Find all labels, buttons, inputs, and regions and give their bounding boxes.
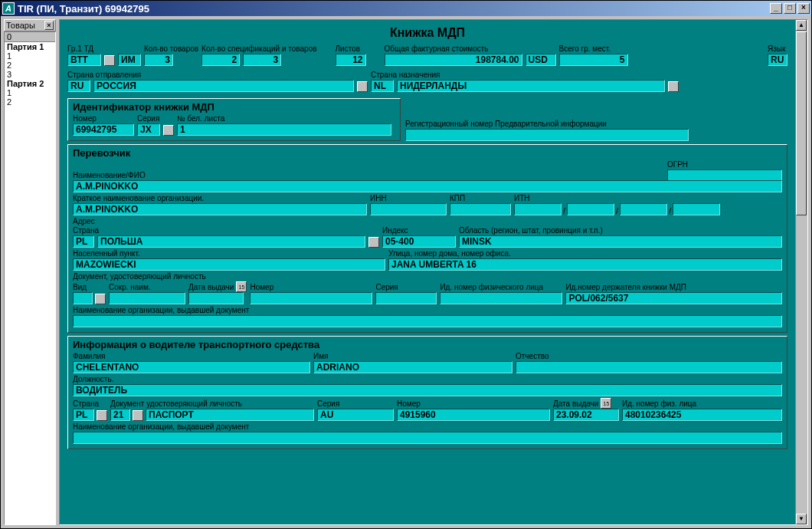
label: Общая фактурная стоимость <box>385 44 522 53</box>
street-field[interactable]: JANA UMBERTA 16 <box>388 258 782 271</box>
carrier-country-name[interactable]: ПОЛЬША <box>97 235 365 248</box>
places-field[interactable]: 5 <box>559 54 628 66</box>
driver-group: Информация о водителе транспортного сред… <box>67 336 787 449</box>
list-item[interactable]: Партия 1 <box>5 42 55 51</box>
flag-icon[interactable] <box>368 237 379 248</box>
scroll-up-icon[interactable]: ▲ <box>796 20 807 31</box>
goods-count-field[interactable]: 3 <box>144 54 173 66</box>
doc-series-field[interactable] <box>375 292 437 304</box>
inn-field[interactable] <box>370 203 447 215</box>
list-item[interactable]: 3 <box>5 70 55 79</box>
carrier-short-name[interactable]: A.M.PINOKKO <box>73 203 367 215</box>
lang-field[interactable]: RU <box>768 54 787 66</box>
idholder-field[interactable]: POL/062/5637 <box>565 292 782 304</box>
currency-field[interactable]: USD <box>526 54 556 66</box>
label: Серия <box>137 114 160 123</box>
vertical-scrollbar[interactable]: ▲ ▼ <box>795 20 807 524</box>
picker-icon[interactable] <box>133 410 143 421</box>
carnet-number-field[interactable]: 69942795 <box>73 123 134 136</box>
white-sheet-field[interactable]: 1 <box>177 123 391 136</box>
picker-icon[interactable] <box>104 55 115 66</box>
label: Язык <box>768 44 787 53</box>
doc-number-field[interactable] <box>250 292 372 304</box>
regnum-field[interactable] <box>405 129 689 141</box>
list-item[interactable]: 1 <box>5 51 55 61</box>
doc-kind-field[interactable] <box>73 292 93 304</box>
sheets-field[interactable]: 12 <box>336 54 366 66</box>
flag-icon[interactable] <box>668 81 679 92</box>
titlebar[interactable]: A TIR (ПИ, Транзит) 69942795 _ □ × <box>1 1 811 16</box>
minimize-button[interactable]: _ <box>770 3 782 14</box>
label: ОГРН <box>667 160 782 169</box>
goods-panel-title: Товары <box>6 21 35 30</box>
list-item[interactable]: 0 <box>5 32 55 42</box>
carrier-name-field[interactable]: A.M.PINOKKO <box>73 180 782 192</box>
label: Серия <box>317 399 394 408</box>
itn-field[interactable] <box>673 203 720 215</box>
label: Дата выдачи <box>188 283 234 291</box>
driver-issuing-org[interactable] <box>73 432 782 444</box>
driver-lastname[interactable]: CHELENTANO <box>73 361 310 373</box>
dep-country-name[interactable]: РОССИЯ <box>93 80 354 92</box>
list-item[interactable]: 2 <box>5 97 55 107</box>
region-field[interactable]: MINSK <box>459 235 782 248</box>
calendar-icon[interactable]: 15 <box>236 281 247 292</box>
scroll-down-icon[interactable]: ▼ <box>796 514 807 524</box>
spec2-field[interactable]: 3 <box>243 54 281 66</box>
doc-issued-field[interactable] <box>188 292 244 304</box>
scroll-thumb[interactable] <box>796 31 807 215</box>
label: Документ, удостоверяющий личность <box>73 272 782 281</box>
doc-abbr-field[interactable] <box>109 292 185 304</box>
label: Наименование/ФИО <box>73 171 782 179</box>
settlement-field[interactable]: MAZOWIECKI <box>73 258 385 271</box>
driver-idphys[interactable]: 48010236425 <box>622 409 782 421</box>
itn-field[interactable] <box>620 203 667 215</box>
carnet-series-field[interactable]: JX <box>137 123 160 136</box>
itn-field[interactable] <box>514 203 562 215</box>
driver-position[interactable]: ВОДИТЕЛЬ <box>73 384 782 396</box>
gr1td-field[interactable]: ВТТ <box>67 54 101 66</box>
dep-country-code[interactable]: RU <box>67 80 90 92</box>
carrier-country-code[interactable]: PL <box>73 235 94 248</box>
maximize-button[interactable]: □ <box>784 3 796 14</box>
label: Кол-во спецификаций и товаров <box>201 44 316 53</box>
label: Сокр. наим. <box>109 283 185 291</box>
goods-panel-close-icon[interactable]: × <box>44 21 54 30</box>
label: Листов <box>336 44 366 53</box>
dst-country-code[interactable]: NL <box>371 80 394 92</box>
label: Наименование организации, выдавшей докум… <box>73 306 782 314</box>
dst-country-name[interactable]: НИДЕРЛАНДЫ <box>397 80 665 92</box>
issuing-org-field[interactable] <box>73 315 782 327</box>
flag-icon[interactable] <box>97 410 107 421</box>
im-field[interactable]: ИМ <box>118 54 141 66</box>
picker-icon[interactable] <box>95 294 106 304</box>
label: Номер <box>397 399 550 408</box>
flag-icon[interactable] <box>357 81 368 92</box>
label: Документ удостоверяющий личность <box>110 399 314 408</box>
driver-doctype-name[interactable]: ПАСПОРТ <box>146 409 314 421</box>
driver-doc-date[interactable]: 23.09.02 <box>553 409 619 421</box>
list-item[interactable]: 2 <box>5 61 55 70</box>
idphys-field[interactable] <box>440 292 562 304</box>
driver-doc-series[interactable]: AU <box>317 409 394 421</box>
cost-field[interactable]: 198784.00 <box>385 54 522 66</box>
index-field[interactable]: 05-400 <box>382 235 456 248</box>
spec1-field[interactable]: 2 <box>201 54 240 66</box>
goods-list[interactable]: 0 Партия 1 1 2 3 Партия 2 1 2 <box>4 31 56 525</box>
list-item[interactable]: Партия 2 <box>5 79 55 88</box>
kpp-field[interactable] <box>450 203 511 215</box>
calendar-icon[interactable]: 15 <box>601 398 611 409</box>
driver-doctype-code[interactable]: 21 <box>110 409 130 421</box>
driver-country-code[interactable]: PL <box>73 409 94 421</box>
driver-patronymic[interactable] <box>516 361 782 373</box>
list-item[interactable]: 1 <box>5 88 55 97</box>
driver-firstname[interactable]: ADRIANO <box>313 361 512 373</box>
driver-doc-number[interactable]: 4915960 <box>397 409 550 421</box>
itn-field[interactable] <box>567 203 614 215</box>
picker-icon[interactable] <box>163 125 174 136</box>
label: Серия <box>375 283 437 291</box>
label: Область (регион, штат, провинция и т.п.) <box>459 226 782 235</box>
label: Адрес <box>73 217 782 225</box>
label: Регистрационный номер Предварительной ин… <box>405 120 787 128</box>
close-button[interactable]: × <box>797 3 810 14</box>
